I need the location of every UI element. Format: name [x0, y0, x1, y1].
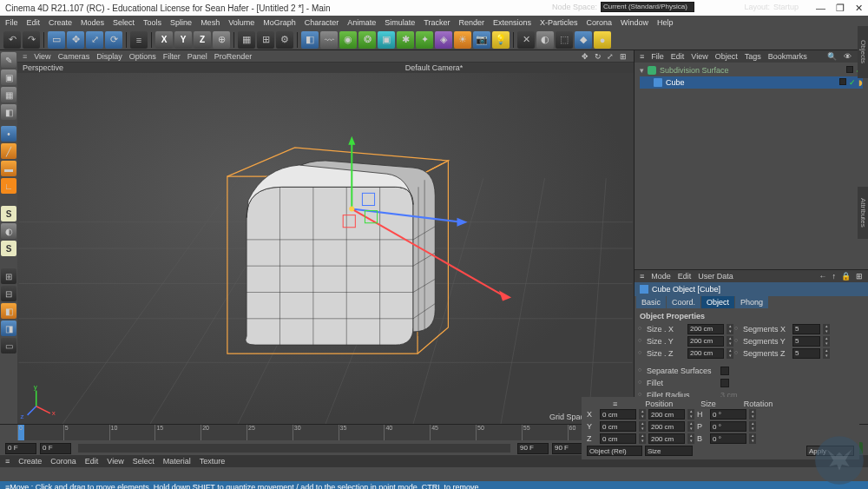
- extra1-button[interactable]: ⬚: [556, 31, 573, 49]
- mm-select[interactable]: Select: [133, 457, 155, 466]
- attr-up-icon[interactable]: ↑: [832, 272, 837, 281]
- minimize-button[interactable]: —: [816, 3, 825, 14]
- perspective-viewport[interactable]: y x z Grid Spacing : 100 cm: [17, 73, 634, 424]
- spline-primitive[interactable]: 〰: [320, 31, 338, 49]
- mm-create[interactable]: Create: [18, 457, 42, 466]
- light-button[interactable]: 💡: [492, 31, 510, 49]
- mm-corona[interactable]: Corona: [50, 457, 76, 466]
- snap-settings-button[interactable]: ⊟: [1, 286, 16, 301]
- planar-workplane-button[interactable]: ▭: [1, 338, 16, 354]
- objects-side-tab[interactable]: Objects: [858, 26, 868, 78]
- phong-tag-icon[interactable]: ◗: [858, 78, 863, 87]
- size-z-input[interactable]: 200 cm: [687, 348, 724, 359]
- tl-end-input[interactable]: 90 F: [517, 443, 549, 454]
- z-axis-lock[interactable]: Z: [194, 31, 211, 49]
- camera-button[interactable]: 📷: [473, 31, 490, 49]
- redo-button[interactable]: ↷: [23, 31, 40, 49]
- enable-check-icon[interactable]: ✓: [849, 78, 856, 87]
- model-mode-button[interactable]: ▣: [1, 69, 16, 85]
- attr-lock-icon[interactable]: 🔒: [841, 272, 851, 281]
- menu-modes[interactable]: Modes: [81, 18, 104, 27]
- attr-menu-edit[interactable]: Edit: [678, 272, 692, 281]
- undo-button[interactable]: ↶: [3, 31, 21, 49]
- om-eye-icon[interactable]: 👁: [844, 52, 852, 61]
- mm-material[interactable]: Material: [163, 457, 191, 466]
- deformer-button[interactable]: ◈: [435, 31, 452, 49]
- menu-character[interactable]: Character: [305, 18, 339, 27]
- snap-button[interactable]: ⊞: [1, 268, 16, 284]
- menu-help[interactable]: Help: [657, 18, 674, 27]
- menu-mograph[interactable]: MoGraph: [263, 18, 296, 27]
- rotate-tool[interactable]: ⟳: [105, 31, 122, 49]
- menu-select[interactable]: Select: [113, 18, 135, 27]
- maximize-button[interactable]: ❐: [836, 3, 845, 14]
- attr-tab-object[interactable]: Object: [701, 296, 734, 308]
- segments-y-input[interactable]: 5: [792, 336, 820, 347]
- tl-max-input[interactable]: 90 F: [552, 443, 583, 454]
- segments-x-input[interactable]: 5: [792, 324, 820, 334]
- visibility-dot[interactable]: [839, 78, 846, 85]
- extra2-button[interactable]: ◆: [575, 31, 592, 49]
- attr-tab-phong[interactable]: Phong: [735, 296, 768, 308]
- menu-animate[interactable]: Animate: [347, 18, 376, 27]
- workplane2-button[interactable]: ◧: [1, 303, 16, 319]
- menu-corona[interactable]: Corona: [587, 18, 613, 27]
- generator-button[interactable]: ◉: [339, 31, 357, 49]
- extra3-button[interactable]: ●: [594, 31, 611, 49]
- layout-value[interactable]: Startup: [773, 3, 799, 11]
- vp-menu-cameras[interactable]: Cameras: [58, 52, 90, 61]
- vp-menu-display[interactable]: Display: [96, 52, 122, 61]
- object-tree[interactable]: ▾ Subdivision Surface ✓ Cube ✓ ◗: [635, 63, 868, 115]
- tl-start-input[interactable]: 0 F: [5, 443, 36, 454]
- fillet-checkbox[interactable]: [720, 379, 729, 387]
- menu-file[interactable]: File: [5, 18, 18, 27]
- visibility-dot[interactable]: [846, 66, 853, 73]
- menu-mesh[interactable]: Mesh: [201, 18, 220, 27]
- fields-button[interactable]: ✦: [416, 31, 433, 49]
- menu-xparticles[interactable]: X-Particles: [540, 18, 578, 27]
- texture-mode-button[interactable]: ▦: [1, 87, 16, 102]
- seg-x-spinner[interactable]: ▴▾: [823, 324, 830, 334]
- coord-y-pos[interactable]: 0 cm: [600, 421, 636, 432]
- subdivision-button[interactable]: ❂: [358, 31, 376, 49]
- om-search-icon[interactable]: 🔍: [827, 52, 837, 61]
- make-editable-button[interactable]: ✎: [1, 52, 16, 68]
- coord-z-size[interactable]: 200 cm: [648, 433, 685, 444]
- axis-button[interactable]: ∟: [1, 178, 16, 194]
- volumes-button[interactable]: ▣: [378, 31, 395, 49]
- menu-edit[interactable]: Edit: [27, 18, 41, 27]
- coord-y-size[interactable]: 200 cm: [648, 421, 685, 432]
- history-button[interactable]: ≡: [130, 31, 148, 49]
- environment-button[interactable]: ☀: [454, 31, 471, 49]
- mm-edit[interactable]: Edit: [85, 457, 99, 466]
- menu-create[interactable]: Create: [49, 18, 72, 27]
- viewport-solo-button[interactable]: S: [1, 206, 16, 221]
- menu-extensions[interactable]: Extensions: [493, 18, 531, 27]
- coord-z-pos[interactable]: 0 cm: [600, 433, 636, 444]
- select-tool[interactable]: ▭: [48, 31, 65, 49]
- mm-texture[interactable]: Texture: [200, 457, 226, 466]
- segments-z-input[interactable]: 5: [792, 348, 820, 359]
- node-space-select[interactable]: Current (Standard/Physica): [601, 2, 694, 12]
- vp-menu-prorender[interactable]: ProRender: [214, 52, 253, 61]
- mm-view[interactable]: View: [107, 457, 123, 466]
- scale-tool[interactable]: ⤢: [86, 31, 103, 49]
- menu-simulate[interactable]: Simulate: [385, 18, 415, 27]
- attr-tab-basic[interactable]: Basic: [636, 296, 666, 308]
- menu-tracker[interactable]: Tracker: [424, 18, 450, 27]
- size-y-input[interactable]: 200 cm: [687, 336, 724, 347]
- attr-menu-mode[interactable]: Mode: [651, 272, 671, 281]
- mograph-button[interactable]: ✱: [397, 31, 414, 49]
- size-x-spinner[interactable]: ▴▾: [727, 324, 733, 334]
- om-bookmarks[interactable]: Bookmarks: [768, 52, 807, 61]
- size-x-input[interactable]: 200 cm: [687, 324, 724, 334]
- coord-x-pos[interactable]: 0 cm: [600, 409, 636, 420]
- move-tool[interactable]: ✥: [67, 31, 84, 49]
- attr-back-icon[interactable]: ←: [819, 272, 827, 281]
- attr-new-icon[interactable]: ⊞: [856, 272, 863, 281]
- coord-mode1-select[interactable]: Object (Rel): [587, 446, 642, 456]
- xp-button[interactable]: ✕: [517, 31, 535, 49]
- om-edit[interactable]: Edit: [671, 52, 685, 61]
- om-view[interactable]: View: [691, 52, 707, 61]
- coord-system-button[interactable]: ⊕: [213, 31, 230, 49]
